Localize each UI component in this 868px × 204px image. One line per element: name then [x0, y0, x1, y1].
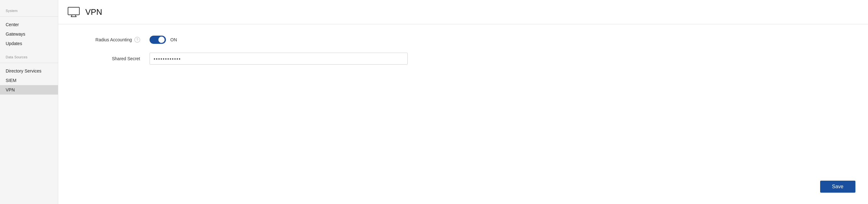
sidebar-item-center[interactable]: Center	[0, 20, 58, 29]
sidebar-divider-2	[0, 63, 58, 63]
main-content: VPN Radius Accounting ? ON	[58, 0, 868, 204]
page-body: Radius Accounting ? ON Shared Secret	[58, 24, 868, 204]
page-header: VPN	[58, 0, 868, 24]
radius-accounting-control: ON	[150, 36, 177, 44]
system-section-label: System	[0, 6, 58, 14]
page-icon	[68, 7, 80, 17]
shared-secret-label: Shared Secret	[71, 56, 140, 61]
toggle-track	[150, 36, 166, 44]
data-sources-section-label: Data Sources	[0, 53, 58, 61]
radius-accounting-help-icon[interactable]: ?	[134, 37, 140, 42]
sidebar-item-siem[interactable]: SIEM	[0, 76, 58, 85]
page-title: VPN	[85, 7, 102, 17]
radius-accounting-toggle[interactable]	[150, 36, 166, 44]
sidebar-item-updates[interactable]: Updates	[0, 39, 58, 48]
sidebar-item-vpn[interactable]: VPN	[0, 85, 58, 95]
shared-secret-input[interactable]	[150, 53, 408, 65]
toggle-thumb	[158, 36, 165, 43]
shared-secret-row: Shared Secret	[71, 53, 856, 65]
radius-accounting-row: Radius Accounting ? ON	[71, 36, 856, 44]
save-button[interactable]: Save	[820, 181, 856, 193]
sidebar-item-directory-services[interactable]: Directory Services	[0, 66, 58, 76]
toggle-state-label: ON	[170, 37, 177, 42]
sidebar-divider-1	[0, 17, 58, 17]
radius-accounting-label: Radius Accounting ?	[71, 37, 140, 42]
monitor-icon	[68, 7, 80, 17]
sidebar: System Center Gateways Updates Data Sour…	[0, 0, 58, 204]
sidebar-item-gateways[interactable]: Gateways	[0, 29, 58, 39]
shared-secret-control	[150, 53, 408, 65]
svg-rect-0	[68, 7, 79, 15]
